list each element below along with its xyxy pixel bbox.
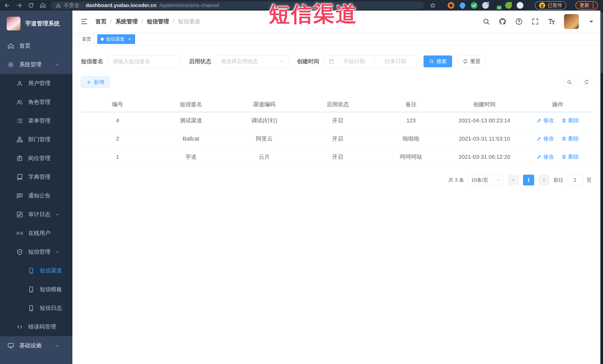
- sidebar-item-15[interactable]: 错误码管理: [0, 318, 72, 336]
- sidebar-item-0[interactable]: 首页: [0, 36, 72, 55]
- sign-label: 短信签名: [81, 58, 103, 65]
- cell-operations: 修改删除: [521, 130, 594, 148]
- cell-remark: 呵呵呵哒: [374, 148, 448, 166]
- cell-code: 阿里云: [228, 130, 301, 148]
- emoji-face-icon: [539, 2, 545, 8]
- column-header-0: 编号: [81, 98, 154, 111]
- cell-operations: 修改删除: [521, 111, 594, 130]
- green-check-icon[interactable]: [471, 2, 477, 9]
- cell-signature: 测试渠道: [154, 111, 228, 130]
- github-icon[interactable]: [499, 18, 507, 25]
- sidebar-item-label: 审计日志: [28, 211, 55, 218]
- white-bird-icon[interactable]: [517, 2, 523, 9]
- reset-button[interactable]: 重置: [457, 55, 486, 67]
- chevron-down-icon[interactable]: [587, 18, 595, 25]
- add-button[interactable]: 新增: [81, 77, 109, 88]
- edit-link[interactable]: 修改: [536, 153, 554, 161]
- goto-page-input[interactable]: [567, 175, 583, 186]
- table-toolbar: 新增: [81, 77, 594, 88]
- sidebar-item-8[interactable]: 通知公告: [0, 186, 72, 205]
- chevron-up-icon: [55, 62, 60, 67]
- column-header-1: 短信签名: [154, 98, 228, 111]
- chevron-down-icon: [55, 212, 60, 217]
- delete-link[interactable]: 删除: [561, 135, 579, 143]
- edit-link[interactable]: 修改: [536, 117, 554, 124]
- sidebar-item-6[interactable]: 岗位管理: [0, 149, 72, 168]
- tag-0[interactable]: 首页: [78, 34, 95, 44]
- date-separator: -: [374, 58, 376, 65]
- app-logo-rabbit-image: [7, 17, 20, 30]
- tag-1[interactable]: 短信渠道: [97, 34, 135, 44]
- next-page-button[interactable]: [538, 175, 549, 186]
- close-icon[interactable]: [128, 37, 132, 41]
- reload-icon[interactable]: [28, 2, 34, 9]
- book-icon: [16, 174, 23, 180]
- extension-icons: on: [448, 2, 523, 9]
- search-icon[interactable]: [482, 18, 490, 25]
- browser-home-icon[interactable]: [40, 2, 46, 9]
- delete-link[interactable]: 删除: [561, 153, 579, 161]
- cell-status: 开启: [301, 148, 374, 166]
- prev-page-button[interactable]: [508, 175, 519, 186]
- url-bar[interactable]: 不安全 dashboard.yudao.iocoder.cn /system/s…: [51, 1, 424, 9]
- url-domain: dashboard.yudao.iocoder.cn: [86, 2, 156, 8]
- font-size-icon[interactable]: [548, 18, 556, 25]
- data-table: 编号短信签名渠道编码启用状态备注创建时间操作 4测试渠道调试(钉钉)开启1232…: [81, 98, 594, 166]
- delete-link[interactable]: 删除: [561, 117, 579, 124]
- pagination: 共 3 条 10条/页 1 前往 页: [81, 175, 594, 186]
- sidebar-item-11[interactable]: 短信管理: [0, 243, 72, 261]
- sidebar-item-13[interactable]: 短信模板: [0, 280, 72, 299]
- forward-icon[interactable]: [16, 2, 22, 9]
- red-annotation-title: 短信渠道: [269, 0, 358, 29]
- paused-extension-badge[interactable]: 已暂停: [535, 1, 567, 10]
- current-page-button[interactable]: 1: [523, 175, 534, 186]
- sidebar-item-7[interactable]: 字典管理: [0, 168, 72, 186]
- sidebar-item-14[interactable]: 短信日志: [0, 299, 72, 318]
- status-select[interactable]: 请选择启用状态: [216, 55, 289, 67]
- table-row-1: 2Ballcat阿里云开启啦啦啦2021-03-31 11:53:10修改删除: [81, 130, 594, 148]
- sidebar-item-2[interactable]: 用户管理: [0, 74, 72, 93]
- page-content: 短信签名 启用状态 请选择启用状态 创建时间 开始日期 - 结束日期: [72, 46, 603, 364]
- sidebar-item-9[interactable]: 审计日志: [0, 205, 72, 224]
- sidebar-item-12[interactable]: 短信渠道: [0, 261, 72, 280]
- chevron-down-icon: [55, 343, 60, 348]
- help-icon[interactable]: [515, 18, 523, 25]
- fullscreen-icon[interactable]: [531, 18, 539, 25]
- back-icon[interactable]: [4, 2, 10, 9]
- page-scrollbar[interactable]: [600, 11, 603, 364]
- refresh-table-button[interactable]: [581, 77, 592, 88]
- location-pin-icon[interactable]: [459, 1, 466, 9]
- toggle-search-button[interactable]: [564, 77, 575, 88]
- sidebar-item-3[interactable]: 角色管理: [0, 93, 72, 111]
- sidebar-item-4[interactable]: 菜单管理: [0, 111, 72, 130]
- cell-create_time: 2021-03-31 06:12:20: [448, 148, 521, 166]
- on-badge-icon[interactable]: on: [494, 2, 500, 9]
- sidebar-item-10[interactable]: 在线用户: [0, 224, 72, 243]
- sidebar-item-16[interactable]: 基础设施: [0, 336, 72, 355]
- breadcrumb-item-1[interactable]: 系统管理: [116, 18, 138, 25]
- avatar[interactable]: [564, 14, 579, 29]
- sidebar-item-1[interactable]: 系统管理: [0, 55, 72, 74]
- app-logo-block: 芋道管理系统: [0, 11, 72, 36]
- page-size-select[interactable]: 10条/页: [468, 175, 504, 186]
- breadcrumb-item-0[interactable]: 首页: [95, 18, 106, 25]
- scrollbar-thumb[interactable]: [601, 12, 603, 73]
- sidebar-item-label: 部门管理: [28, 136, 65, 143]
- browser-menu-icon[interactable]: [593, 3, 594, 8]
- bookmark-star-icon[interactable]: [430, 2, 436, 8]
- breadcrumb-item-2[interactable]: 短信管理: [147, 18, 169, 25]
- page-unit-label: 页: [587, 177, 591, 183]
- hamburger-icon[interactable]: [80, 17, 88, 26]
- date-range-picker[interactable]: 开始日期 - 结束日期: [324, 55, 417, 67]
- green-sprout-icon[interactable]: [505, 2, 512, 9]
- sidebar-item-label: 短信管理: [28, 248, 55, 256]
- cell-status: 开启: [301, 130, 374, 148]
- sign-input[interactable]: [108, 55, 181, 67]
- update-browser-button[interactable]: 更新: [575, 1, 598, 10]
- people-extension-icon[interactable]: [482, 2, 489, 9]
- search-button[interactable]: 搜索: [424, 55, 452, 67]
- edit-link[interactable]: 修改: [536, 135, 554, 143]
- sidebar-item-5[interactable]: 部门管理: [0, 130, 72, 149]
- chevron-down-icon: [496, 178, 500, 182]
- orange-ring-icon[interactable]: [448, 2, 454, 9]
